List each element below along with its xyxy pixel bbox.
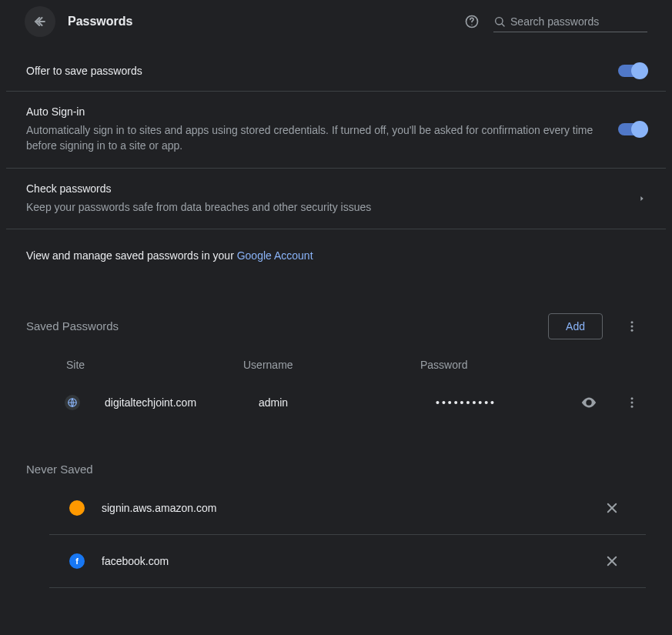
more-vert-icon xyxy=(625,319,639,333)
svg-line-5 xyxy=(502,24,504,26)
header: Passwords xyxy=(6,0,666,51)
remove-never-button[interactable] xyxy=(598,547,626,575)
auto-signin-row: Auto Sign-in Automatically sign in to si… xyxy=(6,92,666,169)
col-site: Site xyxy=(66,359,243,371)
saved-table-header: Site Username Password xyxy=(6,349,666,379)
row-more-button[interactable] xyxy=(618,389,646,416)
close-icon xyxy=(605,501,619,515)
col-password: Password xyxy=(420,359,559,371)
svg-point-13 xyxy=(631,406,634,408)
check-passwords-row[interactable]: Check passwords Keep your passwords safe… xyxy=(6,169,666,229)
row-username: admin xyxy=(259,396,436,409)
check-passwords-title: Check passwords xyxy=(26,182,615,195)
offer-save-row: Offer to save passwords xyxy=(6,51,666,92)
site-favicon-fb: f xyxy=(69,553,85,569)
never-site: facebook.com xyxy=(102,555,598,567)
svg-point-7 xyxy=(631,325,634,327)
svg-point-3 xyxy=(471,25,472,25)
saved-passwords-heading: Saved Passwords xyxy=(26,319,548,333)
col-username: Username xyxy=(243,359,420,371)
never-saved-heading: Never Saved xyxy=(6,426,666,482)
show-password-button[interactable] xyxy=(575,389,603,416)
offer-save-title: Offer to save passwords xyxy=(26,65,595,77)
site-favicon-aws xyxy=(69,500,85,516)
add-button[interactable]: Add xyxy=(548,313,603,339)
row-password: •••••••••• xyxy=(436,396,574,409)
check-passwords-subtitle: Keep your passwords safe from data breac… xyxy=(26,199,615,215)
search-field[interactable] xyxy=(493,12,647,32)
search-input[interactable] xyxy=(510,15,647,28)
search-icon xyxy=(493,15,506,28)
svg-point-12 xyxy=(631,401,634,403)
row-site[interactable]: digitaltechjoint.com xyxy=(105,396,259,409)
saved-password-row: digitaltechjoint.com admin •••••••••• xyxy=(6,379,666,426)
help-icon xyxy=(464,14,480,29)
never-site: signin.aws.amazon.com xyxy=(102,502,598,514)
never-saved-row: signin.aws.amazon.com xyxy=(49,482,646,535)
more-vert-icon xyxy=(625,396,639,409)
manage-prefix: View and manage saved passwords in your xyxy=(26,249,237,262)
auto-signin-title: Auto Sign-in xyxy=(26,105,595,118)
auto-signin-toggle[interactable] xyxy=(618,123,646,135)
google-account-link[interactable]: Google Account xyxy=(237,249,313,262)
page-title: Passwords xyxy=(68,15,132,28)
svg-point-10 xyxy=(587,401,590,404)
offer-save-toggle[interactable] xyxy=(618,65,646,77)
close-icon xyxy=(605,554,619,568)
never-saved-row: f facebook.com xyxy=(49,535,646,588)
help-button[interactable] xyxy=(458,8,486,35)
eye-icon xyxy=(580,394,597,411)
auto-signin-subtitle: Automatically sign in to sites and apps … xyxy=(26,122,595,154)
svg-point-11 xyxy=(631,397,634,399)
svg-point-8 xyxy=(631,329,634,332)
chevron-right-icon xyxy=(638,192,646,205)
saved-passwords-header: Saved Passwords Add xyxy=(6,282,666,349)
manage-passwords-row: View and manage saved passwords in your … xyxy=(6,229,666,282)
back-button[interactable] xyxy=(25,6,55,37)
saved-more-button[interactable] xyxy=(618,312,646,340)
svg-point-6 xyxy=(631,321,634,323)
remove-never-button[interactable] xyxy=(598,494,626,522)
site-favicon xyxy=(65,395,80,410)
